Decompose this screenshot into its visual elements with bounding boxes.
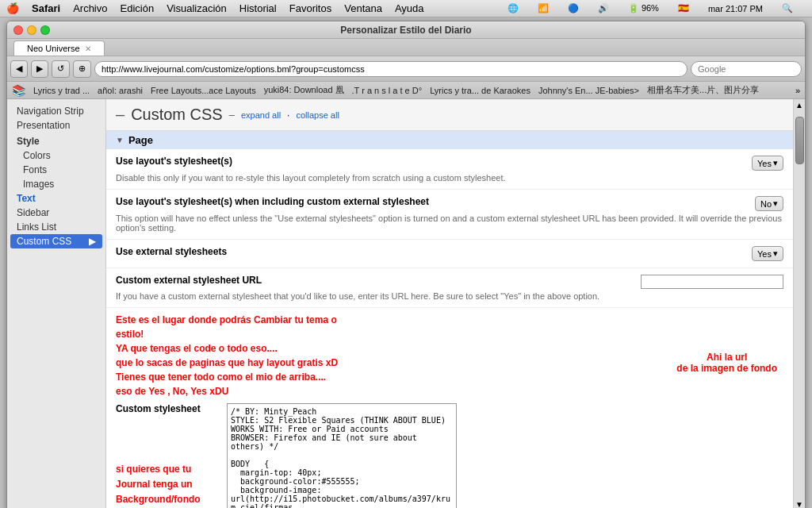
bookmark-6[interactable]: Lyrics y tra... de Karaokes	[430, 86, 530, 95]
sidebar-item-sidebar[interactable]: Sidebar	[7, 206, 105, 220]
sidebar-item-label: Presentation	[17, 120, 70, 131]
more-bookmarks[interactable]: »	[795, 86, 800, 95]
css-textarea[interactable]	[227, 403, 457, 508]
dropdown-icon2: ▾	[773, 198, 778, 209]
search-input[interactable]	[691, 61, 802, 77]
custom-stylesheet-label-col: Custom stylesheet si quieres que tu Jour…	[116, 403, 219, 508]
menu-favoritos[interactable]: Favoritos	[289, 2, 331, 14]
sidebar-item-fonts[interactable]: Fonts	[7, 163, 105, 177]
form-label-url: Custom external stylesheet URL	[116, 275, 262, 286]
bookmark-2[interactable]: añol: arashi	[98, 86, 143, 95]
bookmark-8[interactable]: 相册名车才美...片、图片分享	[647, 84, 759, 96]
bookmarks-icon[interactable]: 📚	[12, 84, 25, 97]
stylesheet-select[interactable]: Yes ▾	[752, 156, 783, 171]
body-annotation-1: si quieres que tu Journal tenga un	[116, 462, 219, 492]
sidebar-item-navigation-strip[interactable]: Navigation Strip	[7, 104, 105, 118]
sidebar-item-label: Images	[23, 179, 54, 190]
apple-menu[interactable]: 🍎	[6, 2, 19, 14]
external-stylesheet-select[interactable]: No ▾	[755, 196, 783, 211]
url-desc: If you have a custom external stylesheet…	[116, 291, 783, 301]
body-annotation: si quieres que tu Journal tenga un Backg…	[116, 462, 219, 508]
bookmark-7[interactable]: Johnny's En... JE-babies>	[538, 86, 639, 95]
sidebar-item-label: Navigation Strip	[17, 106, 84, 117]
stylesheet-desc: Disable this only if you want to re-styl…	[116, 173, 783, 183]
annotation-line5: eso de Yes , No, Yes xDU	[116, 384, 346, 398]
annotation-left-area: Este es el lugar donde podrás Cambiar tu…	[106, 308, 793, 403]
menu-historial[interactable]: Historial	[239, 2, 277, 14]
dropdown-icon3: ▾	[773, 248, 778, 259]
stylesheet-value: Yes	[757, 159, 772, 168]
scrollbar[interactable]: ▲ ▼	[793, 99, 805, 508]
back-button[interactable]: ◀	[10, 60, 28, 78]
form-label-external: Use layout's stylesheet(s) when includin…	[116, 196, 429, 207]
sidebar-item-arrow: ▶	[89, 236, 96, 247]
annotation-right1: Ahi la url	[676, 352, 777, 363]
annotation-line1: Este es el lugar donde podrás Cambiar tu…	[116, 313, 346, 341]
bookmarks-bar: 📚 Lyrics y trad ... añol: arashi Free La…	[7, 82, 805, 99]
scrollbar-thumb[interactable]	[795, 117, 804, 164]
bluetooth-icon: 🔵	[568, 3, 579, 13]
collapse-all-link[interactable]: collapse all	[296, 110, 339, 120]
dropdown-icon: ▾	[773, 158, 778, 168]
dash-separator2: –	[229, 109, 235, 121]
sidebar-item-label: Fonts	[23, 164, 47, 175]
menu-ayuda[interactable]: Ayuda	[395, 2, 424, 14]
form-row-top2: Use layout's stylesheet(s) when includin…	[116, 196, 783, 211]
url-bar[interactable]	[94, 61, 688, 77]
annotation-line2: YA que tengas el code o todo eso....	[116, 341, 346, 356]
url-input[interactable]	[641, 275, 783, 289]
form-row-top3: Use external stylesheets Yes ▾	[116, 246, 783, 261]
scroll-down-arrow[interactable]: ▼	[794, 498, 805, 508]
external-value: No	[760, 199, 772, 209]
custom-stylesheet-area: Custom stylesheet si quieres que tu Jour…	[106, 403, 793, 508]
home-button[interactable]: ⊕	[73, 60, 91, 78]
sidebar-style-label: Style	[7, 133, 105, 148]
custom-stylesheet-label: Custom stylesheet	[116, 403, 219, 414]
menu-edicion[interactable]: Edición	[121, 2, 155, 14]
sidebar-item-links-list[interactable]: Links List	[7, 220, 105, 234]
browser-window: Personalizar Estilo del Diario Neo Unive…	[6, 21, 806, 508]
bookmark-1[interactable]: Lyrics y trad ...	[33, 86, 90, 95]
forward-button[interactable]: ▶	[31, 60, 48, 78]
sidebar-item-presentation[interactable]: Presentation	[7, 118, 105, 133]
form-row-use-external: Use external stylesheets Yes ▾	[106, 240, 793, 268]
tab-close-icon[interactable]: ✕	[85, 44, 91, 53]
minimize-button[interactable]	[27, 25, 36, 35]
sidebar-item-label: Sidebar	[17, 207, 49, 218]
active-tab[interactable]: Neo Universe ✕	[13, 40, 105, 56]
bookmark-4[interactable]: yuki84: Download 凰	[264, 84, 344, 96]
content-area: – Custom CSS – expand all · collapse all…	[106, 99, 793, 508]
annotation-line4: Tienes que tener todo como el mio de arr…	[116, 370, 346, 384]
external-stylesheet-desc: This option will have no effect unless t…	[116, 214, 783, 233]
form-label-stylesheet: Use layout's stylesheet(s)	[116, 156, 232, 167]
app-name[interactable]: Safari	[32, 2, 60, 14]
tab-title: Neo Universe	[27, 44, 80, 53]
form-row-external-stylesheet: Use layout's stylesheet(s) when includin…	[106, 190, 793, 240]
menu-archivo[interactable]: Archivo	[73, 2, 107, 14]
sidebar-item-label: Custom CSS	[17, 236, 71, 247]
form-row-stylesheet: Use layout's stylesheet(s) Yes ▾ Disable…	[106, 149, 793, 190]
volume-icon: 🔊	[598, 3, 609, 13]
form-label-use-external: Use external stylesheets	[116, 246, 227, 257]
sidebar-item-custom-css[interactable]: Custom CSS ▶	[10, 234, 102, 248]
use-external-select[interactable]: Yes ▾	[752, 246, 783, 261]
page-section-header[interactable]: ▼ Page	[106, 131, 793, 149]
scroll-up-arrow[interactable]: ▲	[794, 99, 805, 111]
spotlight-icon[interactable]: 🔍	[782, 3, 793, 13]
annotation-right: Ahi la url de la imagen de fondo	[676, 352, 777, 374]
menu-visualizacion[interactable]: Visualización	[167, 2, 227, 14]
close-button[interactable]	[13, 25, 23, 35]
sidebar: Navigation Strip Presentation Style Colo…	[7, 99, 106, 508]
refresh-button[interactable]: ↺	[52, 60, 70, 78]
expand-all-link[interactable]: expand all	[241, 110, 281, 120]
page-title: Custom CSS	[131, 106, 223, 124]
menu-ventana[interactable]: Ventana	[344, 2, 382, 14]
sidebar-item-images[interactable]: Images	[7, 177, 105, 191]
bookmark-3[interactable]: Free Layouts...ace Layouts	[151, 86, 256, 95]
sidebar-item-text[interactable]: Text	[7, 191, 105, 206]
bookmark-5[interactable]: .T r a n s l a t e D°	[352, 86, 423, 95]
menu-right-icons: 🌐 📶 🔵 🔊 🔋 96% 🇪🇸 mar 21:07 PM 🔍	[508, 3, 806, 13]
traffic-lights	[13, 25, 50, 35]
sidebar-item-colors[interactable]: Colors	[7, 148, 105, 163]
fullscreen-button[interactable]	[40, 25, 50, 35]
